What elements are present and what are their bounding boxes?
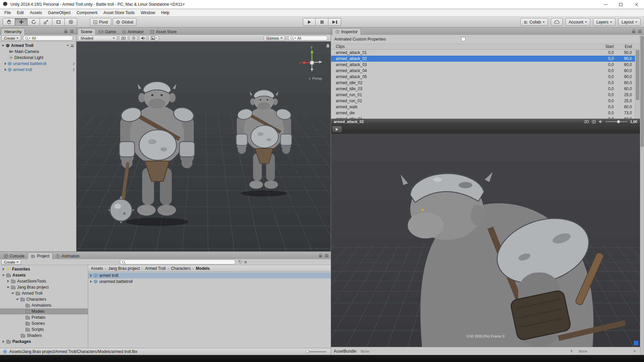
expanded-caret-icon[interactable] — [11, 293, 14, 294]
scene-search[interactable] — [288, 36, 328, 41]
clip-row[interactable]: armed_idle_020,060,0 — [331, 80, 640, 86]
scale-tool-button[interactable] — [40, 18, 52, 26]
breadcrumb-armed-troll[interactable]: Armed Troll — [145, 266, 165, 271]
account-dropdown[interactable]: Account — [566, 18, 590, 26]
menu-asset-store-tools[interactable]: Asset Store Tools — [100, 9, 138, 16]
hierarchy-create-button[interactable]: Create — [1, 36, 21, 41]
menu-component[interactable]: Component — [73, 9, 100, 16]
tab-game[interactable]: Game — [96, 28, 119, 35]
tree-item-favorites[interactable]: Favorites — [0, 266, 88, 272]
panel-menu-icon[interactable] — [638, 30, 642, 33]
scene-orientation-gizmo[interactable]: y x — [298, 45, 326, 76]
2d-toggle-button[interactable]: 2D — [119, 36, 128, 41]
collapsed-caret-icon[interactable] — [5, 62, 6, 65]
scrollbar-thumb[interactable] — [641, 36, 644, 147]
clip-row[interactable]: armed_attack_050,090,0 — [331, 74, 640, 80]
tree-item-prefabs[interactable]: Prefabs — [0, 314, 88, 320]
clip-row[interactable]: armed_run_020,025,0 — [331, 98, 640, 104]
tag-icon[interactable] — [238, 260, 242, 264]
tab-asset-store[interactable]: Asset Store — [147, 28, 180, 35]
clip-row[interactable]: armed_idle_010,060,0 — [331, 116, 640, 119]
scrollbar-thumb[interactable] — [636, 50, 639, 100]
minimize-button[interactable] — [598, 0, 613, 9]
collab-button[interactable]: Collab — [520, 18, 548, 26]
tree-item-packages[interactable]: Packages — [0, 339, 88, 345]
expanded-caret-icon[interactable] — [7, 287, 9, 288]
menu-help[interactable]: Help — [158, 9, 172, 16]
play-button[interactable] — [303, 18, 316, 26]
slider-knob[interactable] — [617, 120, 620, 123]
panel-menu-icon[interactable] — [325, 254, 328, 257]
expanded-caret-icon[interactable] — [2, 275, 5, 276]
tree-item-characters[interactable]: Characters — [0, 296, 88, 302]
shading-mode-dropdown[interactable]: Shaded — [78, 36, 117, 41]
tree-item-armed-troll[interactable]: Armed Troll — [0, 290, 88, 296]
clip-row[interactable]: armed_walk0,060,0 — [331, 104, 640, 110]
clips-scrollbar[interactable] — [635, 50, 640, 119]
breadcrumb-characters[interactable]: Characters — [171, 266, 191, 271]
collapsed-caret-icon[interactable] — [5, 68, 6, 71]
hierarchy-scene-row[interactable]: Armed Troll — [0, 43, 76, 49]
panel-menu-icon[interactable] — [70, 30, 74, 33]
layout-dropdown[interactable]: Layout — [618, 18, 641, 26]
hand-tool-button[interactable] — [3, 18, 15, 26]
expanded-caret-icon[interactable] — [2, 45, 4, 47]
collapsed-caret-icon[interactable] — [90, 274, 92, 277]
scene-viewport[interactable]: y x Persp — [76, 42, 331, 251]
close-button[interactable] — [629, 0, 644, 9]
lock-icon[interactable] — [319, 255, 322, 257]
scene-menu-icon[interactable] — [71, 44, 74, 47]
projection-toggle[interactable]: Persp — [309, 76, 322, 80]
tree-item-animations[interactable]: Animations — [0, 302, 88, 308]
viewport-lock[interactable] — [326, 44, 329, 48]
assetbundle-dropdown[interactable]: None — [359, 349, 574, 354]
gizmos-dropdown[interactable]: Gizmos — [264, 36, 285, 41]
hierarchy-item-unarmed-battletroll[interactable]: unarmed battletroll — [0, 61, 76, 67]
breadcrumb-assets[interactable]: Assets — [91, 266, 103, 271]
rotate-tool-button[interactable] — [28, 18, 40, 26]
project-search-input[interactable] — [126, 260, 233, 264]
animated-custom-properties-checkbox[interactable] — [461, 37, 466, 41]
tab-hierarchy[interactable]: Hierarchy — [1, 28, 25, 35]
tab-animator[interactable]: Animator — [119, 28, 147, 35]
pivot-toggle-button[interactable]: Pivot — [90, 18, 111, 26]
menu-edit[interactable]: Edit — [14, 9, 27, 16]
tab-inspector[interactable]: Inspector — [332, 28, 361, 35]
clip-row[interactable]: armed_die0,073,0 — [331, 110, 640, 116]
menu-file[interactable]: File — [1, 9, 14, 16]
tree-item-assets[interactable]: Assets — [0, 272, 88, 278]
tab-scene[interactable]: Scene — [77, 28, 96, 35]
file-row-unarmed-battletroll[interactable]: unarmed battletroll — [88, 279, 331, 285]
clip-row[interactable]: armed_attack_010,050,0 — [331, 50, 640, 56]
file-row-armed-troll[interactable]: armed troll — [88, 273, 331, 279]
inspector-scrollbar[interactable] — [640, 35, 644, 355]
collapsed-caret-icon[interactable] — [3, 340, 4, 343]
scene-lighting-button[interactable] — [129, 36, 138, 41]
preview-speed-slider[interactable] — [606, 121, 627, 122]
tab-animation[interactable]: Animation — [53, 253, 82, 259]
prefab-open-icon[interactable] — [72, 62, 74, 65]
hierarchy-search-input[interactable] — [32, 36, 71, 40]
pause-button[interactable] — [316, 18, 328, 26]
breadcrumb-models[interactable]: Models — [196, 266, 210, 271]
tree-item-assetstoretools[interactable]: AssetStoreTools — [0, 278, 88, 284]
collapsed-caret-icon[interactable] — [7, 280, 9, 283]
scene-effects-dropdown[interactable] — [148, 36, 159, 41]
step-button[interactable] — [328, 18, 341, 26]
menu-gameobject[interactable]: GameObject — [45, 9, 73, 16]
avatar-pivot-icon[interactable] — [634, 341, 639, 346]
clip-row[interactable]: armed_run_010,025,0 — [331, 92, 640, 98]
scene-search-input[interactable] — [297, 36, 325, 40]
collapsed-caret-icon[interactable] — [90, 280, 92, 283]
prefab-open-icon[interactable] — [72, 68, 74, 71]
transform-tool-button[interactable] — [65, 18, 77, 26]
menu-assets[interactable]: Assets — [27, 9, 45, 16]
hierarchy-search[interactable] — [23, 36, 73, 41]
preview-2d-toggle[interactable]: 2D — [584, 120, 589, 124]
tree-item-jang-brao-project[interactable]: Jang Brao project — [0, 284, 88, 290]
breadcrumb-jang-brao[interactable]: Jang Brao project — [108, 266, 140, 271]
pivot-grid-icon[interactable] — [592, 120, 596, 124]
tree-item-scripts[interactable]: Scripts — [0, 326, 88, 333]
clip-row-selected[interactable]: armed_attack_020,090,0 — [331, 56, 640, 62]
tree-item-models[interactable]: Models — [0, 308, 88, 314]
